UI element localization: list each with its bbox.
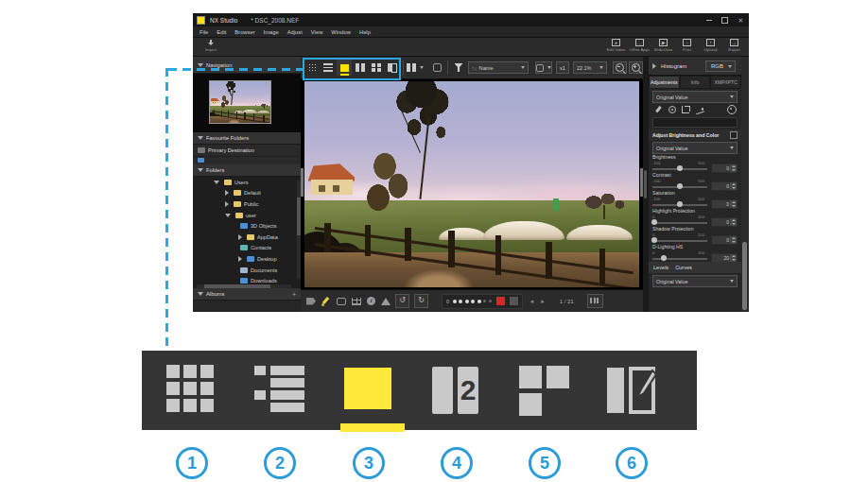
rating-dot[interactable] [471,300,475,303]
menu-adjust[interactable]: Adjust [287,29,303,35]
filter-button[interactable] [451,60,466,76]
slider-thumb[interactable] [677,183,683,189]
contrast-slider[interactable] [652,186,707,188]
viewer-left-scrollbar[interactable] [301,168,304,197]
straighten-icon[interactable] [694,105,704,114]
rotate-left-button[interactable]: ↺ [395,294,409,308]
paint-label-icon[interactable] [321,297,331,306]
gray-label-swatch[interactable] [510,297,518,305]
tree-item-desktop[interactable]: Desktop [193,253,301,265]
other-apps-button[interactable]: … Other Apps [629,39,651,52]
histogram-channel-select[interactable]: RGB [705,60,736,72]
navigation-header[interactable]: Navigation [193,57,301,74]
tree-item-public[interactable]: Public [193,198,301,210]
favourite-folders-header[interactable]: Favourite Folders [193,132,301,145]
tree-item-appdata[interactable]: AppData [193,232,301,243]
rating-bar[interactable]: 0 [442,294,523,309]
label-tag-icon[interactable] [306,298,316,305]
menu-help[interactable]: Help [359,29,371,35]
albums-header[interactable]: Albums + [193,288,301,301]
print-button[interactable]: ⎯ Print [676,39,698,52]
expand-icon[interactable] [238,234,242,240]
favourite-item-partial[interactable] [193,157,301,164]
import-button[interactable]: Import [199,40,223,52]
tab-xmp-iptc[interactable]: XMP/IPTC [710,76,741,89]
crop-icon[interactable] [682,106,689,113]
shadow-protection-slider[interactable] [652,240,707,242]
color-control-point-icon[interactable] [668,106,676,113]
expand-icon[interactable] [214,181,219,184]
menu-browser[interactable]: Browser [234,29,254,35]
slider-thumb[interactable] [651,237,657,243]
expand-icon[interactable] [238,256,242,262]
brightness-slider[interactable] [652,168,707,170]
export-button[interactable]: → Export [723,39,745,52]
tree-item-default[interactable]: Default [193,188,301,199]
d-lighting-slider[interactable] [652,258,707,260]
rating-dot[interactable] [489,300,492,302]
slideshow-button[interactable]: ▶ Slideshow [652,39,674,52]
photo-tray-button[interactable] [407,60,424,76]
highlight-protection-slider[interactable] [652,222,707,224]
fit-to-screen-button[interactable] [535,61,552,74]
rating-dot[interactable] [483,300,486,302]
slider-thumb[interactable] [651,219,657,225]
section-checkbox[interactable] [730,131,738,139]
scrollbar-thumb[interactable] [742,242,747,310]
red-label-swatch[interactable] [496,297,505,305]
maximize-button[interactable] [717,13,733,26]
previous-image-button[interactable]: ◂ [530,298,534,305]
panel-scrollbar[interactable] [741,57,749,312]
rating-dot[interactable] [477,300,481,303]
close-button[interactable]: ✕ [733,13,749,26]
saturation-slider[interactable] [652,204,707,206]
edit-video-button[interactable]: ▸ Edit Video [605,39,627,52]
folders-header[interactable]: Folders [193,164,301,177]
menu-window[interactable]: Window [331,29,351,35]
retouch-brush-icon[interactable] [654,106,663,114]
menu-file[interactable]: File [200,29,208,35]
levels-curves-header[interactable]: Levels Curves [649,262,741,273]
expand-icon[interactable] [225,214,231,217]
brightness-color-preset-select[interactable]: Original Value [652,142,738,154]
expand-icon[interactable] [225,190,229,196]
zoom-percent-select[interactable]: 22.1% [573,61,607,74]
photo-dsc-2008[interactable] [304,81,639,287]
tab-info[interactable]: Info [680,76,711,89]
menu-view[interactable]: View [311,29,322,35]
expand-icon[interactable] [225,201,229,207]
tab-adjustments[interactable]: Adjustments [649,76,680,89]
adjustments-preset-select[interactable]: Original Value [652,91,738,103]
rating-dot[interactable] [459,300,462,303]
grid-overlay-icon[interactable] [352,298,361,305]
levels-curves-preset-select[interactable]: Original Value [652,275,738,287]
filmstrip-toggle-button[interactable] [587,294,603,308]
favourite-item-primary-destination[interactable]: Primary Destination [193,145,301,157]
histogram-header[interactable]: Histogram RGB [649,57,741,76]
add-album-button[interactable]: + [292,291,296,298]
brightness-color-section-header[interactable]: Adjust Brightness and Color [649,129,741,141]
upload-button[interactable]: ↑ Upload [700,39,721,52]
tree-item-documents[interactable]: Documents [193,265,301,276]
rotate-right-button[interactable]: ↻ [414,294,428,308]
minimize-button[interactable] [701,13,717,26]
tree-item-contacts[interactable]: Contacts [193,243,301,254]
slider-thumb[interactable] [677,165,683,171]
menu-image[interactable]: Image [264,29,279,35]
info-icon[interactable]: i [367,297,375,305]
focus-point-icon[interactable] [381,298,391,305]
slider-thumb[interactable] [661,255,667,261]
menu-edit[interactable]: Edit [217,29,226,35]
gear-icon[interactable] [727,105,737,114]
crop-frame-icon[interactable] [337,298,346,305]
zoom-in-button[interactable] [629,61,643,74]
tree-item-3d-objects[interactable]: 3D Objects [193,220,301,232]
zoom-1to1-button[interactable]: x1 [556,61,569,74]
tree-item-user[interactable]: user [193,210,301,221]
fullscreen-button[interactable] [429,60,444,76]
rating-dot[interactable] [465,300,469,303]
next-image-button[interactable]: ▸ [541,298,545,305]
navigator-thumbnail[interactable] [209,80,271,124]
tree-item-users[interactable]: Users [193,177,301,188]
sort-select[interactable]: ↑↓ Name [468,61,529,74]
